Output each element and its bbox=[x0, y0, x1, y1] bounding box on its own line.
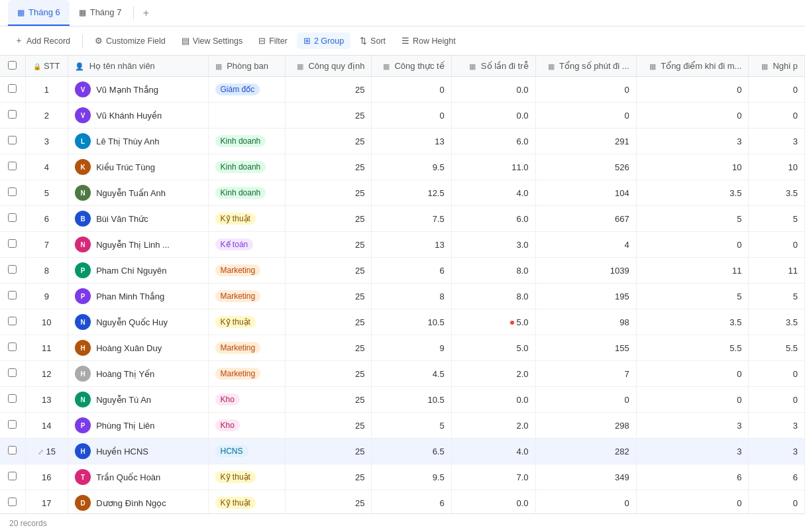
stt-value: 8 bbox=[44, 266, 49, 276]
cell-dept-11: Marketing bbox=[208, 361, 285, 387]
table-row: 17 D Dương Đình Ngọc Kỹ thuật2560.0000 bbox=[0, 490, 805, 514]
row-check-4[interactable] bbox=[0, 180, 25, 206]
cell-late-6: 3.0 bbox=[451, 232, 535, 258]
row-check-16[interactable] bbox=[0, 490, 25, 514]
sort-icon: ⇅ bbox=[360, 36, 367, 46]
tab-bar: ▦ Tháng 6 ▦ Tháng 7 + bbox=[0, 0, 805, 27]
row-check-15[interactable] bbox=[0, 464, 25, 490]
cell-dept-4: Kinh doanh bbox=[208, 180, 285, 206]
cell-dept-16: Kỹ thuật bbox=[208, 490, 285, 514]
col-header-check[interactable] bbox=[0, 56, 25, 77]
add-record-button[interactable]: ＋ Add Record bbox=[8, 32, 77, 50]
cell-minutes-9: 98 bbox=[535, 309, 636, 335]
late-value: 7.0 bbox=[516, 472, 528, 482]
employee-cell: P Phan Minh Thắng bbox=[75, 288, 201, 304]
cell-stt-1: 2 bbox=[25, 103, 68, 129]
cell-late-4: 4.0 bbox=[451, 180, 535, 206]
col-header-tt[interactable]: ▦ Công thực tế bbox=[372, 56, 451, 77]
row-check-14[interactable] bbox=[0, 439, 25, 464]
expand-icon[interactable]: ⤢ bbox=[38, 448, 44, 456]
sort-button[interactable]: ⇅ Sort bbox=[353, 32, 392, 49]
col-header-nghi[interactable]: ▦ Nghi p bbox=[749, 56, 805, 77]
dept-badge: Marketing bbox=[215, 264, 261, 276]
cell-minutes-2: 291 bbox=[535, 129, 636, 154]
stt-value: 17 bbox=[42, 498, 51, 508]
row-check-9[interactable] bbox=[0, 309, 25, 335]
view-settings-button[interactable]: ▤ View Settings bbox=[175, 32, 250, 49]
employee-cell: P Phùng Thị Liên bbox=[75, 417, 201, 433]
dept-badge: Giám đốc bbox=[215, 83, 260, 95]
row-check-10[interactable] bbox=[0, 335, 25, 361]
employee-cell: N Nguyễn Quốc Huy bbox=[75, 314, 201, 330]
filter-label: Filter bbox=[269, 36, 288, 46]
employee-cell: V Vũ Khánh Huyền bbox=[75, 107, 201, 123]
employee-cell: L Lê Thị Thùy Anh bbox=[75, 133, 201, 149]
cell-tt-9: 10.5 bbox=[372, 309, 451, 335]
col-header-qd[interactable]: ▦ Công quy định bbox=[285, 56, 372, 77]
cell-name-14: H Huyền HCNS bbox=[68, 439, 208, 464]
group-label: 2 Group bbox=[314, 36, 344, 46]
cell-stt-2: 3 bbox=[25, 129, 68, 154]
cell-score-6: 0 bbox=[636, 232, 749, 258]
table-header-row: 🔒 STT 👤 Họ tên nhân viên ▦ Phòng ban ▦ C… bbox=[0, 56, 805, 77]
row-check-11[interactable] bbox=[0, 361, 25, 387]
row-check-13[interactable] bbox=[0, 413, 25, 439]
col-header-score[interactable]: ▦ Tổng điểm khi đi m... bbox=[636, 56, 749, 77]
row-check-7[interactable] bbox=[0, 258, 25, 284]
col-header-dept[interactable]: ▦ Phòng ban bbox=[208, 56, 285, 77]
row-check-5[interactable] bbox=[0, 206, 25, 232]
dept-badge: Kinh doanh bbox=[215, 135, 266, 147]
row-check-6[interactable] bbox=[0, 232, 25, 258]
col-header-minutes[interactable]: ▦ Tổng số phút đi ... bbox=[535, 56, 636, 77]
stt-value: 3 bbox=[44, 136, 49, 146]
cell-minutes-16: 0 bbox=[535, 490, 636, 514]
employee-cell: K Kiều Trúc Tùng bbox=[75, 159, 201, 175]
table-row: 1 V Vũ Mạnh Thắng Giám đốc2500.0000 bbox=[0, 77, 805, 103]
cell-nghi-8: 5 bbox=[749, 284, 805, 309]
add-tab-button[interactable]: + bbox=[136, 4, 155, 23]
late-value: 0.0 bbox=[516, 395, 528, 405]
row-check-0[interactable] bbox=[0, 77, 25, 103]
row-check-8[interactable] bbox=[0, 284, 25, 309]
row-check-12[interactable] bbox=[0, 387, 25, 413]
col-header-stt[interactable]: 🔒 STT bbox=[25, 56, 68, 77]
cell-score-2: 3 bbox=[636, 129, 749, 154]
avatar: B bbox=[75, 211, 91, 227]
late-value: 11.0 bbox=[511, 162, 528, 172]
cell-nghi-16: 0 bbox=[749, 490, 805, 514]
tab-thang7[interactable]: ▦ Tháng 7 bbox=[70, 0, 131, 26]
dept-badge: Marketing bbox=[215, 342, 261, 354]
late-value: 6.0 bbox=[516, 136, 528, 146]
grid-icon-qd: ▦ bbox=[297, 62, 303, 70]
grid-icon-minutes: ▦ bbox=[548, 62, 555, 70]
col-header-late[interactable]: ▦ Số lần đi trễ bbox=[451, 56, 535, 77]
stt-value: 4 bbox=[44, 162, 49, 172]
employee-name: Phan Minh Thắng bbox=[96, 292, 164, 301]
filter-button[interactable]: ⊟ Filter bbox=[252, 32, 294, 49]
row-check-1[interactable] bbox=[0, 103, 25, 129]
toolbar-divider-1 bbox=[82, 34, 83, 48]
stt-value: 12 bbox=[42, 369, 51, 379]
employee-name: Huyền HCNS bbox=[96, 447, 148, 456]
avatar: P bbox=[75, 262, 91, 278]
group-button[interactable]: ⊞ 2 Group bbox=[297, 32, 350, 49]
cell-qd-3: 25 bbox=[285, 154, 372, 180]
col-header-name[interactable]: 👤 Họ tên nhân viên bbox=[68, 56, 208, 77]
cell-stt-3: 4 bbox=[25, 154, 68, 180]
table-row: 5 N Nguyễn Tuấn Anh Kinh doanh2512.54.01… bbox=[0, 180, 805, 206]
row-height-button[interactable]: ☰ Row Height bbox=[395, 32, 462, 49]
cell-name-2: L Lê Thị Thùy Anh bbox=[68, 129, 208, 154]
employee-name: Hoàng Xuân Duy bbox=[96, 343, 162, 353]
table-row: 2 V Vũ Khánh Huyền 2500.0000 bbox=[0, 103, 805, 129]
cell-tt-6: 13 bbox=[372, 232, 451, 258]
select-all-checkbox[interactable] bbox=[8, 61, 17, 70]
cell-name-16: D Dương Đình Ngọc bbox=[68, 490, 208, 514]
cell-minutes-4: 104 bbox=[535, 180, 636, 206]
cell-minutes-8: 195 bbox=[535, 284, 636, 309]
row-check-2[interactable] bbox=[0, 129, 25, 154]
employee-name: Kiều Trúc Tùng bbox=[96, 162, 155, 172]
cell-score-5: 5 bbox=[636, 206, 749, 232]
customize-field-button[interactable]: ⚙ Customize Field bbox=[88, 32, 172, 49]
row-check-3[interactable] bbox=[0, 154, 25, 180]
tab-thang6[interactable]: ▦ Tháng 6 bbox=[8, 0, 70, 26]
